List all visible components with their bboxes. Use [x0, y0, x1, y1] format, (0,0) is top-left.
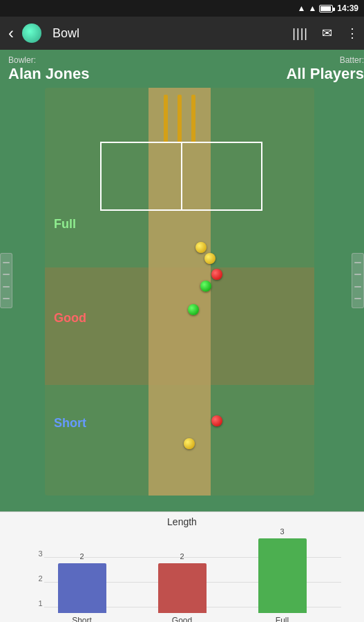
time-display: 14:39	[337, 3, 358, 13]
score-icon[interactable]: ||||	[292, 26, 308, 41]
y-label-3: 3	[23, 549, 43, 558]
bar-short-label: Short	[72, 616, 92, 622]
batter-name: All Players	[286, 65, 364, 83]
chart-inner: 3 2 1 2 Short 2 Good	[23, 529, 341, 622]
ball-2	[204, 253, 215, 264]
bar-full-value: 3	[258, 527, 307, 536]
stump-3	[191, 95, 195, 143]
bar-short-value: 2	[58, 552, 106, 560]
app-logo	[22, 23, 41, 43]
bowler-label: Bowler: Alan Jones	[8, 55, 89, 83]
scroll-left-indicator[interactable]	[0, 253, 12, 308]
ball-7	[184, 438, 195, 449]
y-label-2: 2	[23, 574, 43, 583]
status-bar: ▲ ▲ 14:39	[0, 0, 364, 17]
bar-full-label: Full	[276, 616, 289, 622]
y-label-1: 1	[23, 599, 43, 607]
ball-4	[200, 281, 211, 292]
status-icons: ▲ ▲ 14:39	[298, 3, 358, 13]
crease-lines	[100, 142, 262, 211]
bar-full: 3	[258, 538, 307, 613]
cricket-field: Bowler: Alan Jones Batter: All Players F…	[0, 50, 364, 511]
bar-group-short: 2 Short	[58, 563, 106, 622]
signal-icon: ▲	[308, 3, 316, 13]
more-icon[interactable]: ⋮	[346, 26, 358, 41]
crease-center-line	[181, 142, 182, 211]
bowler-name: Alan Jones	[8, 65, 89, 83]
bowler-prefix: Bowler:	[8, 55, 89, 65]
short-zone-label: Short	[54, 416, 86, 431]
bar-short: 2	[58, 563, 106, 613]
crease-right-line	[261, 142, 262, 211]
good-zone-label: Good	[54, 311, 86, 326]
chart-title: Length	[0, 512, 364, 529]
full-zone-label: Full	[54, 217, 76, 232]
scroll-right-indicator[interactable]	[352, 253, 364, 308]
bar-good-value: 2	[158, 552, 207, 560]
ball-3	[211, 269, 222, 280]
ball-5	[188, 304, 199, 315]
stump-1	[164, 95, 168, 143]
ball-6	[211, 415, 222, 426]
mail-icon[interactable]: ✉	[322, 26, 332, 41]
toolbar-title: Bowl	[52, 26, 287, 41]
bar-group-full: 3 Full	[258, 538, 307, 622]
crease-left-line	[100, 142, 102, 211]
stump-2	[178, 95, 182, 143]
bar-good: 2	[158, 563, 207, 613]
stumps-container	[151, 95, 209, 144]
bar-group-good: 2 Good	[158, 563, 207, 622]
back-button[interactable]: ‹	[6, 23, 17, 43]
toolbar: ‹ Bowl |||| ✉ ⋮	[0, 17, 364, 50]
ball-1	[195, 242, 207, 253]
bar-good-label: Good	[172, 616, 192, 622]
stumps	[164, 95, 195, 143]
chart-area: Length 3 2 1 2 Short 2 Good	[0, 511, 364, 622]
wifi-icon: ▲	[298, 3, 306, 13]
battery-icon	[319, 5, 333, 12]
batter-label: Batter: All Players	[286, 55, 364, 83]
batter-prefix: Batter:	[286, 55, 364, 65]
